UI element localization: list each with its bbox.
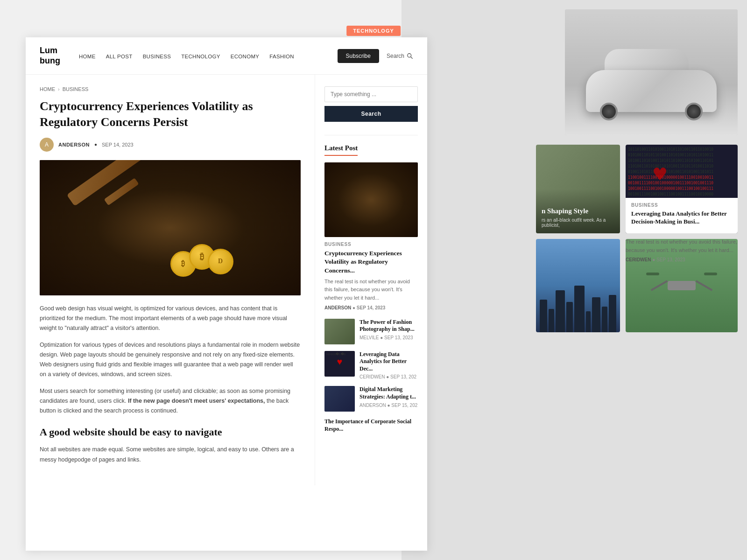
article-body: Good web design has visual weight, is op… <box>40 304 301 465</box>
bitcoin-coin-3: D <box>208 249 233 274</box>
nav-fashion[interactable]: FASHION <box>269 54 294 59</box>
sidebar-post-1-image <box>324 319 355 344</box>
drone-body <box>668 281 696 290</box>
article-hero-image: ₿ ₿ D <box>40 160 301 295</box>
right-panels: n Shaping Style rs an all-black outfit w… <box>397 0 747 560</box>
city-skyline <box>536 276 620 332</box>
sidebar-post-3-image <box>324 386 355 412</box>
heart-overlay: ♥ <box>654 159 666 190</box>
breadcrumb-separator: › <box>58 86 60 92</box>
breadcrumb-home[interactable]: HOME <box>40 86 55 92</box>
breadcrumb-section: BUSINESS <box>63 86 89 92</box>
avatar: A <box>40 138 54 152</box>
top-category-badge: TECHNOLOGY <box>346 26 401 36</box>
data-panel-text: BUSINESS Leveraging Data Analytics for B… <box>626 198 738 233</box>
article-date: SEP 14, 2023 <box>102 142 134 147</box>
dot-separator: ● <box>94 142 97 147</box>
article-para-4: Not all websites are made equal. Some we… <box>40 445 301 465</box>
nav-home[interactable]: HOME <box>79 54 96 59</box>
data-analytics-panel[interactable]: 10110100110101001101011010011011010010 0… <box>626 145 738 233</box>
data-analytics-description: The real test is not whether you avoid t… <box>626 238 738 262</box>
nav-links: HOME ALL POST BUSINESS TECHNOLOGY ECONOM… <box>79 52 338 60</box>
author-row: A ANDERSON ● SEP 14, 2023 <box>40 138 301 152</box>
latest-post-heading: Latest Post <box>324 144 358 156</box>
article-para-3: Most users search for something interest… <box>40 386 301 416</box>
article-main: HOME › BUSINESS Cryptocurrency Experienc… <box>26 75 315 485</box>
article-title: Cryptocurrency Experiences Volatility as… <box>40 98 282 130</box>
section-heading: A good website should be easy to navigat… <box>40 426 301 438</box>
sidebar-post-2-image: ♥ <box>324 351 355 377</box>
nav-economy[interactable]: ECONOMY <box>231 54 260 59</box>
nav-technology[interactable]: TECHNOLOGY <box>181 54 220 59</box>
fashion-panel[interactable]: n Shaping Style rs an all-black outfit w… <box>536 145 620 233</box>
nav-business[interactable]: BUSINESS <box>143 54 171 59</box>
content-area: HOME › BUSINESS Cryptocurrency Experienc… <box>26 75 427 485</box>
fashion-panel-text: n Shaping Style rs an all-black outfit w… <box>542 207 614 228</box>
site-logo[interactable]: Lum bung <box>40 46 60 66</box>
nav-allpost[interactable]: ALL POST <box>106 54 133 59</box>
navigation: Lum bung HOME ALL POST BUSINESS TECHNOLO… <box>26 37 427 75</box>
main-article-card: Lum bung HOME ALL POST BUSINESS TECHNOLO… <box>26 37 427 551</box>
article-para-1: Good web design has visual weight, is op… <box>40 304 301 334</box>
subscribe-button[interactable]: Subscribe <box>338 49 379 63</box>
breadcrumb: HOME › BUSINESS <box>40 86 301 92</box>
city-panel <box>536 239 620 332</box>
article-para-2: Optimization for various types of device… <box>40 340 301 380</box>
car-panel <box>565 9 738 135</box>
author-name: ANDERSON <box>58 142 90 147</box>
